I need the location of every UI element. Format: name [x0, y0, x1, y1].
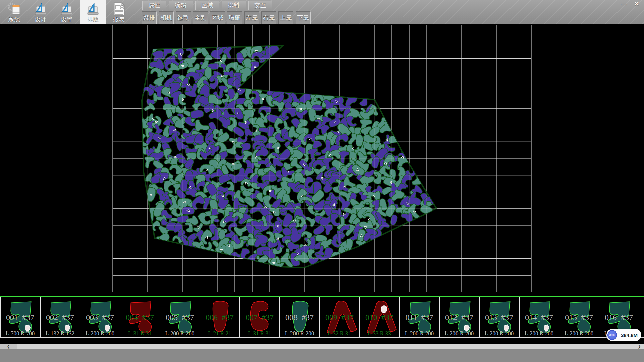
piece-lr-count: L:200 R:200	[86, 330, 114, 337]
piece-thumbnail-015_#37[interactable]: 015_#37L:200 R:200	[559, 297, 598, 337]
thumbnail-cells: 001_#37L:700 R:700002_#37L:132 R:132003_…	[0, 297, 644, 338]
tool-button-row: 聚排相机选割全割区域瑕疵左靠右靠上靠下靠	[142, 11, 311, 24]
piece-thumbnail-014_#37[interactable]: 014_#37L:200 R:200	[519, 297, 558, 337]
scroll-right-arrow-icon[interactable]: ❯	[636, 344, 643, 349]
piece-thumbnail-012_#37[interactable]: 012_#37L:200 R:200	[439, 297, 478, 337]
piece-thumbnail-002_#37[interactable]: 002_#37L:132 R:132	[40, 297, 79, 337]
piece-lr-count: L:31 R:31	[128, 330, 151, 337]
tool-button-瑕疵[interactable]: 瑕疵	[227, 11, 242, 24]
tool-button-全割[interactable]: 全割	[193, 11, 208, 24]
piece-name: 013_#37	[485, 313, 513, 322]
piece-name: 016_#37	[605, 313, 633, 322]
piece-thumbnail-svg: 005_#37L:200 R:200	[160, 297, 200, 337]
piece-thumbnail-009_#37[interactable]: 009_#37L:32 R:31	[319, 297, 359, 337]
piece-name: 002_#37	[46, 313, 74, 322]
system-gear-table-icon	[7, 2, 22, 16]
tool-button-相机[interactable]: 相机	[159, 11, 174, 24]
piece-lr-count: L:200 R:200	[445, 330, 474, 337]
piece-thumbnail-004_#37[interactable]: 004_#37L:31 R:31	[120, 297, 159, 337]
piece-name: 015_#37	[565, 313, 593, 322]
piece-name: 009_#37	[325, 313, 354, 322]
horizontal-scrollbar[interactable]: ❮ ❯	[0, 344, 644, 349]
nesting-canvas-viewport[interactable]	[0, 24, 644, 296]
main-tab-报表[interactable]: 报表	[106, 0, 132, 24]
piece-thumbnail-svg: 010_#37L:33 R:33	[360, 297, 399, 337]
piece-lr-count: L:132 R:132	[46, 330, 74, 337]
tool-button-上靠[interactable]: 上靠	[278, 11, 293, 24]
piece-lr-count: L:21 R:21	[208, 330, 231, 337]
piece-thumbnail-strip: 001_#37L:700 R:700002_#37L:132 R:132003_…	[0, 296, 644, 338]
piece-lr-count: L:32 R:31	[328, 330, 351, 337]
tool-button-右靠[interactable]: 右靠	[261, 11, 276, 24]
main-toolbar: 系统设计设置排版报表 属性编辑区域排料交互 聚排相机选割全割区域瑕疵左靠右靠上靠…	[0, 0, 644, 24]
piece-name: 001_#37	[6, 313, 34, 322]
piece-thumbnail-svg: 007_#37L:31 R:31	[240, 297, 279, 337]
piece-thumbnail-011_#37[interactable]: 011_#37L:200 R:200	[399, 297, 438, 337]
scroll-left-arrow-icon[interactable]: ❮	[0, 344, 17, 349]
piece-thumbnail-svg: 013_#37L:200 R:200	[480, 297, 519, 337]
piece-lr-count: L:200 R:200	[485, 330, 514, 337]
piece-name: 004_#37	[126, 313, 154, 322]
piece-thumbnail-006_#37[interactable]: 006_#37L:21 R:21	[200, 297, 239, 337]
piece-thumbnail-svg: 011_#37L:200 R:200	[400, 297, 439, 337]
design-setsquare-icon	[33, 2, 48, 16]
menu-tab-row: 属性编辑区域排料交互	[142, 1, 272, 11]
close-button[interactable]: ✕	[631, 1, 642, 7]
piece-lr-count: L:31 R:31	[248, 330, 271, 337]
piece-name: 003_#37	[86, 313, 114, 322]
piece-lr-count: L:200 R:200	[405, 330, 434, 337]
main-tab-排版[interactable]: 排版	[80, 0, 106, 24]
memory-value: 384.8M	[617, 332, 641, 338]
footer-bar	[0, 349, 644, 362]
piece-thumbnail-svg: 014_#37L:200 R:200	[520, 297, 559, 337]
piece-name: 014_#37	[525, 313, 553, 322]
menu-tab-属性[interactable]: 属性	[142, 1, 166, 10]
menu-tab-交互[interactable]: 交互	[248, 1, 272, 10]
piece-lr-count: L:200 R:200	[285, 330, 314, 337]
piece-name: 010_#37	[365, 313, 393, 322]
settings-setsquare-icon	[59, 2, 74, 16]
main-tab-label: 设置	[54, 16, 80, 23]
piece-lr-count: L:200 R:200	[165, 330, 194, 337]
tool-button-聚排[interactable]: 聚排	[142, 11, 157, 24]
tool-button-区域[interactable]: 区域	[210, 11, 225, 24]
menu-tab-排料[interactable]: 排料	[222, 1, 246, 10]
piece-lr-count: L:200 R:200	[565, 330, 593, 337]
piece-thumbnail-010_#37[interactable]: 010_#37L:33 R:33	[359, 297, 398, 337]
nesting-canvas-svg	[0, 24, 644, 296]
minimize-button[interactable]: —	[619, 1, 629, 7]
piece-thumbnail-001_#37[interactable]: 001_#37L:700 R:700	[0, 297, 39, 337]
piece-thumbnail-svg: 003_#37L:200 R:200	[80, 297, 120, 337]
piece-name: 011_#37	[405, 313, 433, 322]
piece-lr-count: L:200 R:200	[525, 330, 553, 337]
piece-name: 008_#37	[285, 313, 314, 322]
piece-thumbnail-svg: 008_#37L:200 R:200	[280, 297, 319, 337]
application-window: 系统设计设置排版报表 属性编辑区域排料交互 聚排相机选割全割区域瑕疵左靠右靠上靠…	[0, 0, 644, 362]
piece-name: 012_#37	[445, 313, 473, 322]
piece-thumbnail-svg: 015_#37L:200 R:200	[559, 297, 599, 337]
piece-thumbnail-013_#37[interactable]: 013_#37L:200 R:200	[479, 297, 518, 337]
piece-thumbnail-007_#37[interactable]: 007_#37L:31 R:31	[239, 297, 279, 337]
piece-thumbnail-svg: 004_#37L:31 R:31	[120, 297, 160, 337]
main-tab-系统[interactable]: 系统	[1, 0, 28, 24]
main-tab-设计[interactable]: 设计	[28, 0, 54, 24]
strip-bottom-gap	[0, 338, 644, 344]
tool-button-左靠[interactable]: 左靠	[244, 11, 259, 24]
main-tab-设置[interactable]: 设置	[54, 0, 80, 24]
tool-button-下靠[interactable]: 下靠	[296, 11, 311, 24]
main-tab-label: 系统	[1, 16, 28, 23]
piece-thumbnail-008_#37[interactable]: 008_#37L:200 R:200	[279, 297, 319, 337]
piece-name: 005_#37	[166, 313, 194, 322]
main-tab-label: 排版	[80, 16, 106, 23]
piece-hole	[381, 306, 387, 313]
menu-tab-编辑[interactable]: 编辑	[169, 1, 193, 10]
main-tab-label: 设计	[28, 16, 54, 23]
piece-thumbnail-005_#37[interactable]: 005_#37L:200 R:200	[160, 297, 199, 337]
piece-thumbnail-svg: 012_#37L:200 R:200	[440, 297, 479, 337]
tool-button-选割[interactable]: 选割	[176, 11, 191, 24]
piece-thumbnail-003_#37[interactable]: 003_#37L:200 R:200	[80, 297, 119, 337]
piece-lr-count: L:33 R:33	[368, 330, 391, 337]
memory-status-badge[interactable]: 38% 384.8M	[606, 329, 641, 341]
percent-bubble: 38%	[607, 330, 617, 340]
menu-tab-区域[interactable]: 区域	[195, 1, 219, 10]
